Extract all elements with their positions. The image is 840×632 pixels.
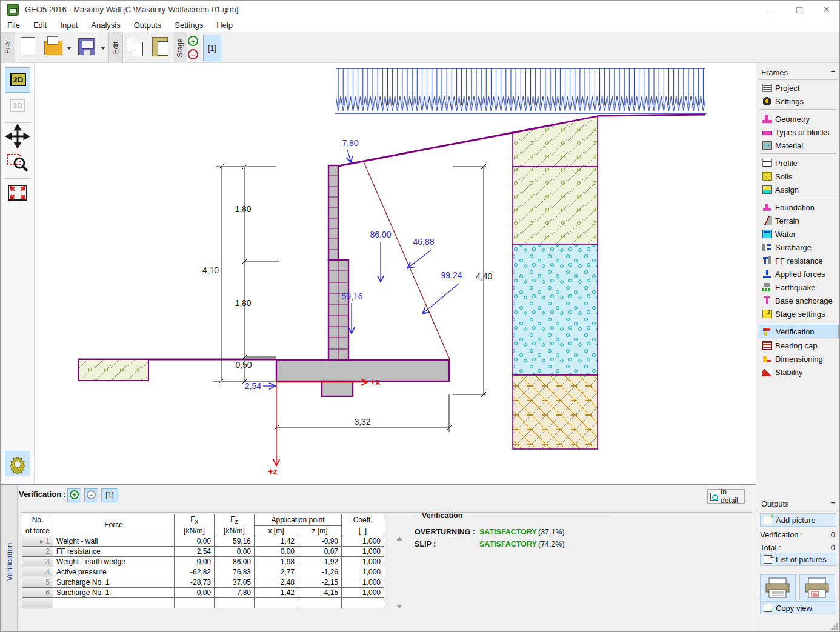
frame-item-surcharge[interactable]: Surcharge	[759, 241, 839, 254]
verification-count: 0	[831, 530, 835, 539]
menu-analysis[interactable]: Analysis	[84, 19, 127, 32]
frames-minimize-button[interactable]: –	[831, 66, 835, 75]
frame-item-base-anchorage[interactable]: Base anchorage	[759, 294, 839, 307]
menu-edit[interactable]: Edit	[27, 19, 53, 32]
frame-item-settings[interactable]: Settings	[759, 95, 839, 108]
copy-button[interactable]	[127, 38, 142, 64]
view-2d-button[interactable]: 2D	[5, 67, 30, 93]
frame-item-material[interactable]: Material	[759, 139, 839, 152]
frame-item-dimensioning[interactable]: Dimensioning	[759, 352, 839, 365]
resize-grip[interactable]	[831, 623, 838, 630]
frame-item-types-of-blocks[interactable]: Types of blocks	[759, 125, 839, 139]
verification-bottom-panel: Verification Verification : + − [1] In d…	[1, 484, 756, 632]
frames-title: Frames	[761, 68, 788, 77]
outputs-minimize-button[interactable]: –	[831, 497, 835, 507]
menu-file[interactable]: File	[1, 19, 27, 32]
surcharge-icon	[762, 243, 772, 251]
remove-stage-button[interactable]: −	[188, 49, 198, 59]
wall-stem-upper	[328, 165, 338, 260]
add-stage-button[interactable]: +	[188, 36, 198, 46]
add-picture-button[interactable]: Add picture	[760, 513, 836, 527]
stage-settings-icon	[762, 310, 772, 318]
view-toolbar: 2D 3D	[1, 63, 35, 484]
close-button[interactable]: ✕	[815, 3, 839, 16]
menu-input[interactable]: Input	[53, 19, 84, 32]
scroll-down-icon[interactable]	[396, 605, 402, 608]
frame-item-ff-resistance[interactable]: FF resistance	[759, 254, 839, 267]
zoom-select-button[interactable]	[5, 150, 30, 175]
menu-settings[interactable]: Settings	[168, 19, 210, 32]
zoom-select-icon	[5, 150, 30, 175]
dim-width-label: 3,32	[354, 417, 370, 427]
list-of-pictures-button[interactable]: List of pictures	[760, 553, 836, 566]
bearing-cap-icon	[762, 341, 772, 350]
frames-separator	[760, 322, 836, 322]
save-file-button[interactable]	[78, 38, 95, 65]
water-icon	[762, 230, 772, 238]
frame-item-stability[interactable]: Stability	[759, 365, 839, 379]
frame-item-stage-settings[interactable]: Stage settings	[759, 307, 839, 321]
drawing-canvas[interactable]: 1,80 4,10 1,80 0,50 4,40 3,32 7,80 86,00…	[35, 63, 756, 484]
outputs-title: Outputs	[761, 499, 789, 508]
outputs-header-line	[759, 511, 838, 511]
crest-dim-label: 7,80	[342, 138, 358, 148]
in-detail-button[interactable]: In detail	[707, 489, 745, 504]
paste-button[interactable]	[152, 37, 168, 64]
outputs-verification-row: Verification : 0	[760, 530, 836, 542]
new-file-button[interactable]	[21, 37, 35, 64]
frame-item-applied-forces[interactable]: Applied forces	[759, 267, 839, 281]
print-document-button[interactable]	[760, 574, 796, 600]
verification-tab-strip[interactable]: Verification	[1, 485, 18, 632]
dim-lower-label: 1,80	[235, 298, 251, 308]
menu-bar: File Edit Input Analysis Outputs Setting…	[1, 19, 840, 32]
frame-item-earthquake[interactable]: Earthquake	[759, 281, 839, 294]
soils-icon	[762, 172, 772, 181]
frame-item-project[interactable]: Project	[759, 81, 839, 95]
remove-verification-button[interactable]: −	[84, 488, 98, 502]
frame-item-profile[interactable]: Profile	[759, 156, 839, 170]
table-row[interactable]: 5 Surcharge No. 1 -28,73 37,05 2,48 -2,1…	[22, 577, 384, 587]
window-title: GEO5 2016 - Masonry Wall [C:\Masonry-Wal…	[25, 5, 238, 14]
frame-item-foundation[interactable]: Foundation	[759, 201, 839, 214]
dim-right-label: 4,40	[476, 271, 492, 281]
pan-button[interactable]	[5, 124, 30, 149]
soil-profile-column	[513, 116, 598, 449]
foundation-icon	[762, 203, 772, 211]
frames-header-line	[759, 79, 838, 80]
frame-item-verification[interactable]: Verification	[759, 325, 839, 338]
force-resultant-label: 99,24	[441, 270, 462, 280]
table-row[interactable]: ▸ 1 Weight - wall 0,00 59,16 1,42 -0,90 …	[22, 536, 384, 546]
drawing-settings-button[interactable]	[5, 451, 30, 476]
frame-item-bearing-cap[interactable]: Bearing cap.	[759, 339, 839, 352]
menu-help[interactable]: Help	[210, 19, 239, 32]
dim-total-left-label: 4,10	[202, 265, 219, 275]
print-picture-button[interactable]	[799, 574, 835, 600]
table-row[interactable]: 4 Active pressure -62,82 76,83 2,77 -1,2…	[22, 567, 384, 577]
frame-item-soils[interactable]: Soils	[759, 170, 839, 183]
table-scrollbar[interactable]	[395, 514, 404, 611]
frame-item-assign[interactable]: Assign	[759, 183, 839, 196]
menu-outputs[interactable]: Outputs	[127, 19, 168, 32]
open-dropdown-arrow[interactable]	[67, 47, 72, 50]
table-row[interactable]: 3 Weight - earth wedge 0,00 86,00 1,98 -…	[22, 556, 384, 567]
scroll-up-icon[interactable]	[396, 537, 402, 541]
minimize-button[interactable]: —	[759, 3, 784, 16]
table-row[interactable]: 6 Surcharge No. 1 0,00 7,80 1,42 -4,15 1…	[22, 587, 384, 597]
save-dropdown-arrow[interactable]	[101, 47, 105, 50]
add-picture-icon	[764, 516, 772, 524]
frame-item-geometry[interactable]: Geometry	[759, 112, 839, 125]
add-verification-button[interactable]: +	[67, 488, 81, 502]
overturning-label: OVERTURNING :	[415, 528, 475, 536]
edit-strip: Edit	[108, 32, 123, 63]
frame-item-terrain[interactable]: Terrain	[759, 214, 839, 227]
fit-view-button[interactable]	[5, 180, 30, 205]
profile-icon	[762, 159, 772, 167]
frame-item-water[interactable]: Water	[759, 227, 839, 241]
maximize-button[interactable]: ▢	[787, 3, 812, 16]
table-row[interactable]: 2 FF resistance 2,54 0,00 0,00 0,07 1,00…	[22, 546, 384, 556]
stage-1-button[interactable]: [1]	[203, 35, 221, 61]
view-3d-button[interactable]: 3D	[5, 94, 30, 119]
verification-1-button[interactable]: [1]	[101, 488, 118, 502]
verification-icon	[763, 327, 772, 336]
copy-view-button[interactable]: Copy view	[760, 601, 836, 614]
